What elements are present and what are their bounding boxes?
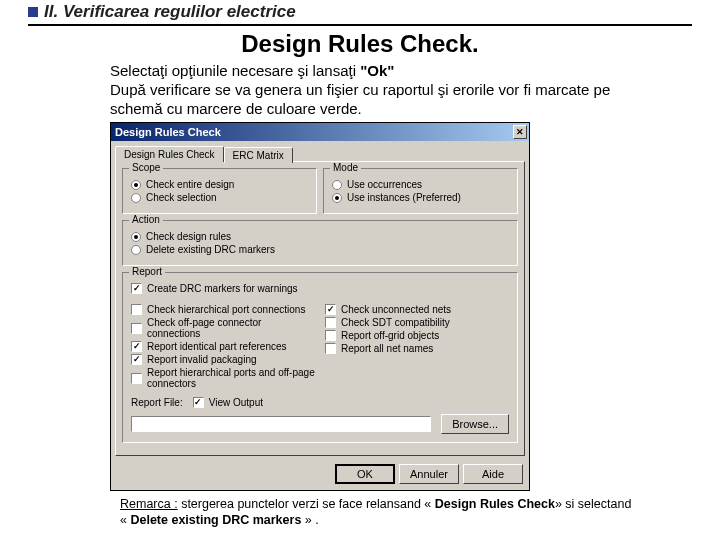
cancel-button[interactable]: Annuler xyxy=(399,464,459,484)
dialog-title: Design Rules Check xyxy=(115,126,221,138)
remark-label: Remarca : xyxy=(120,497,178,511)
check-sdt[interactable]: Check SDT compatibility xyxy=(325,317,509,328)
remark-bold-a: Design Rules Check xyxy=(435,497,555,511)
radio-icon xyxy=(332,193,342,203)
remark-text: Remarca : stergerea punctelor verzi se f… xyxy=(120,497,632,528)
check-icon xyxy=(325,317,336,328)
radio-check-rules[interactable]: Check design rules xyxy=(131,231,509,242)
radio-label: Check entire design xyxy=(146,179,234,190)
dialog-buttons: OK Annuler Aide xyxy=(111,460,529,490)
check-icon xyxy=(325,343,336,354)
tab-strip: Design Rules Check ERC Matrix xyxy=(115,145,525,161)
remark-a: stergerea punctelor verzi se face relans… xyxy=(178,497,435,511)
group-mode: Mode Use occurrences Use instances (Pref… xyxy=(323,168,518,214)
check-label: Report invalid packaging xyxy=(147,354,257,365)
check-invalid-pkg[interactable]: Report invalid packaging xyxy=(131,354,315,365)
intro-part-a: Selectaţi opţiunile necesare şi lansaţi xyxy=(110,62,360,79)
check-label: Create DRC markers for warnings xyxy=(147,283,298,294)
check-label: Check SDT compatibility xyxy=(341,317,450,328)
intro-text: Selectaţi opţiunile necesare şi lansaţi … xyxy=(110,62,632,118)
intro-part-b: După verificare se va genera un fişier c… xyxy=(110,81,610,117)
group-action: Action Check design rules Delete existin… xyxy=(122,220,518,266)
radio-icon xyxy=(131,232,141,242)
check-icon xyxy=(325,330,336,341)
check-icon xyxy=(131,304,142,315)
check-hier-port[interactable]: Check hierarchical port connections xyxy=(131,304,315,315)
check-view-output[interactable]: View Output xyxy=(193,397,263,408)
check-label: Check off-page connector connections xyxy=(147,317,315,339)
close-icon: ✕ xyxy=(516,128,524,137)
radio-icon xyxy=(131,245,141,255)
check-icon xyxy=(131,323,142,334)
check-hier-offpage[interactable]: Report hierarchical ports and off-page c… xyxy=(131,367,315,389)
divider xyxy=(28,24,692,26)
radio-label: Use occurrences xyxy=(347,179,422,190)
radio-delete-markers[interactable]: Delete existing DRC markers xyxy=(131,244,509,255)
check-label: Report all net names xyxy=(341,343,433,354)
remark-c: » . xyxy=(301,513,318,527)
bullet-icon xyxy=(28,7,38,17)
check-unconnected[interactable]: Check unconnected nets xyxy=(325,304,509,315)
check-label: Report hierarchical ports and off-page c… xyxy=(147,367,315,389)
radio-label: Use instances (Preferred) xyxy=(347,192,461,203)
group-report: Report Create DRC markers for warnings C… xyxy=(122,272,518,443)
radio-icon xyxy=(131,180,141,190)
check-icon xyxy=(131,283,142,294)
radio-occurrences[interactable]: Use occurrences xyxy=(332,179,509,190)
radio-icon xyxy=(332,180,342,190)
radio-label: Check selection xyxy=(146,192,217,203)
check-icon xyxy=(325,304,336,315)
report-file-label: Report File: xyxy=(131,397,183,408)
radio-icon xyxy=(131,193,141,203)
intro-ok: "Ok" xyxy=(360,62,394,79)
check-offpage[interactable]: Check off-page connector connections xyxy=(131,317,315,339)
check-offgrid[interactable]: Report off-grid objects xyxy=(325,330,509,341)
radio-label: Delete existing DRC markers xyxy=(146,244,275,255)
check-identical-refs[interactable]: Report identical part references xyxy=(131,341,315,352)
radio-entire-design[interactable]: Check entire design xyxy=(131,179,308,190)
check-label: Check hierarchical port connections xyxy=(147,304,305,315)
page-title: Design Rules Check. xyxy=(28,30,692,58)
check-label: View Output xyxy=(209,397,263,408)
group-report-title: Report xyxy=(129,266,165,277)
section-title: II. Verificarea regulilor electrice xyxy=(44,2,296,22)
drc-dialog: Design Rules Check ✕ Design Rules Check … xyxy=(110,122,530,491)
group-mode-title: Mode xyxy=(330,162,361,173)
check-icon xyxy=(131,373,142,384)
radio-selection[interactable]: Check selection xyxy=(131,192,308,203)
check-icon xyxy=(131,354,142,365)
tab-drc[interactable]: Design Rules Check xyxy=(115,146,224,162)
group-scope-title: Scope xyxy=(129,162,163,173)
browse-button[interactable]: Browse... xyxy=(441,414,509,434)
tab-panel: Scope Check entire design Check selectio… xyxy=(115,161,525,456)
ok-button[interactable]: OK xyxy=(335,464,395,484)
check-label: Report off-grid objects xyxy=(341,330,439,341)
group-action-title: Action xyxy=(129,214,163,225)
titlebar: Design Rules Check ✕ xyxy=(111,123,529,141)
check-netnames[interactable]: Report all net names xyxy=(325,343,509,354)
radio-label: Check design rules xyxy=(146,231,231,242)
check-label: Report identical part references xyxy=(147,341,287,352)
group-scope: Scope Check entire design Check selectio… xyxy=(122,168,317,214)
check-label: Check unconnected nets xyxy=(341,304,451,315)
radio-instances[interactable]: Use instances (Preferred) xyxy=(332,192,509,203)
tab-erc[interactable]: ERC Matrix xyxy=(224,147,293,163)
report-file-input[interactable] xyxy=(131,416,431,432)
close-button[interactable]: ✕ xyxy=(513,125,527,139)
remark-bold-b: Delete existing DRC markers xyxy=(130,513,301,527)
check-icon xyxy=(131,341,142,352)
check-create-markers[interactable]: Create DRC markers for warnings xyxy=(131,283,509,294)
check-icon xyxy=(193,397,204,408)
help-button[interactable]: Aide xyxy=(463,464,523,484)
